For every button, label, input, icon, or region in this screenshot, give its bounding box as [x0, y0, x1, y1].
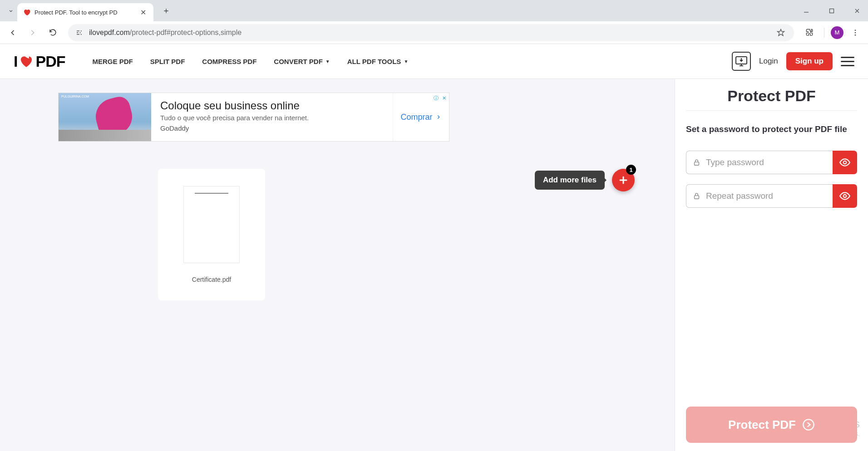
add-files-button[interactable]: 1 — [612, 169, 635, 191]
site-header: I PDF MERGE PDF SPLIT PDF COMPRESS PDF C… — [0, 44, 868, 79]
add-more-wrap: Add more files 1 — [535, 169, 635, 191]
svg-point-11 — [843, 195, 847, 198]
ad-cta: Comprar — [400, 113, 441, 122]
ad-title: Coloque seu business online — [160, 99, 384, 112]
caret-down-icon: ▼ — [404, 59, 408, 64]
arrow-right-icon — [28, 28, 37, 37]
svg-point-3 — [81, 34, 82, 34]
active-tab[interactable]: Protect PDF. Tool to encrypt PD ✕ — [17, 3, 153, 21]
lock-icon — [693, 159, 700, 167]
puzzle-icon — [805, 28, 814, 37]
svg-point-9 — [843, 161, 847, 164]
ad-info-icon[interactable]: ⓘ — [432, 94, 439, 102]
header-right: Login Sign up — [732, 52, 854, 71]
plus-icon — [163, 7, 170, 15]
forward-button[interactable] — [25, 25, 41, 41]
thumb-line — [195, 193, 228, 194]
browser-toolbar: ilovepdf.com/protect-pdf#protect-options… — [0, 21, 868, 44]
ad-info-controls: ⓘ ✕ — [432, 94, 448, 102]
signup-button[interactable]: Sign up — [786, 52, 833, 70]
svg-point-5 — [855, 32, 856, 33]
window-minimize-button[interactable] — [799, 4, 814, 18]
nav-merge[interactable]: MERGE PDF — [92, 58, 133, 65]
svg-point-6 — [855, 34, 856, 35]
toggle-repeat-password-visibility[interactable] — [833, 184, 857, 208]
page: I PDF MERGE PDF SPLIT PDF COMPRESS PDF C… — [0, 44, 868, 451]
content: PULGUIRINA.COM Coloque seu business onli… — [0, 79, 868, 451]
password-input-container — [686, 151, 833, 174]
ad-image: PULGUIRINA.COM — [59, 93, 151, 141]
svg-rect-0 — [830, 9, 834, 13]
ad-brand: GoDaddy — [160, 124, 384, 132]
svg-point-2 — [79, 32, 80, 33]
nav-split[interactable]: SPLIT PDF — [150, 58, 185, 65]
window-maximize-button[interactable] — [824, 4, 839, 18]
file-area: Certificate.pdf Add more files 1 — [14, 169, 661, 300]
tab-title: Protect PDF. Tool to encrypt PD — [35, 9, 135, 16]
bookmark-button[interactable] — [774, 26, 788, 39]
lock-icon — [693, 192, 700, 200]
tab-close-button[interactable]: ✕ — [139, 8, 147, 16]
site-logo[interactable]: I PDF — [14, 53, 65, 70]
url-bar[interactable]: ilovepdf.com/protect-pdf#protect-options… — [68, 24, 794, 41]
file-thumbnail — [183, 186, 240, 263]
menu-hamburger-button[interactable] — [841, 57, 854, 66]
panel-bottom: Activate Windows Go to Settings to activ… — [686, 407, 857, 443]
chevron-right-icon — [435, 114, 442, 120]
extensions-button[interactable] — [801, 25, 818, 41]
eye-icon — [839, 157, 851, 168]
file-count-badge: 1 — [626, 165, 636, 175]
main-area: PULGUIRINA.COM Coloque seu business onli… — [0, 79, 675, 451]
ad-image-credit: PULGUIRINA.COM — [61, 95, 89, 98]
download-desktop-button[interactable] — [732, 52, 751, 71]
logo-text-right: PDF — [35, 53, 65, 70]
svg-rect-10 — [695, 196, 699, 199]
options-panel: Protect PDF Set a password to protect yo… — [675, 79, 868, 451]
caret-down-icon: ▼ — [326, 59, 330, 64]
file-card[interactable]: Certificate.pdf — [158, 169, 265, 300]
window-close-button[interactable] — [850, 4, 864, 18]
tab-search-dropdown[interactable] — [5, 5, 17, 17]
svg-point-1 — [81, 30, 82, 31]
main-nav: MERGE PDF SPLIT PDF COMPRESS PDF CONVERT… — [92, 58, 408, 65]
svg-rect-8 — [695, 162, 699, 165]
protect-button-label: Protect PDF — [728, 418, 796, 432]
repeat-password-field-wrap — [686, 184, 857, 208]
repeat-password-input-container — [686, 184, 833, 208]
toggle-password-visibility[interactable] — [833, 151, 857, 174]
arrow-left-icon — [8, 28, 17, 37]
reload-icon — [49, 28, 57, 37]
monitor-download-icon — [735, 56, 747, 66]
login-link[interactable]: Login — [759, 57, 778, 66]
toolbar-divider — [824, 28, 824, 38]
chrome-menu-button[interactable] — [847, 25, 863, 41]
ad-close-icon[interactable]: ✕ — [440, 94, 448, 102]
reload-button[interactable] — [44, 25, 61, 41]
panel-title: Protect PDF — [686, 87, 857, 111]
back-button[interactable] — [5, 25, 21, 41]
nav-convert[interactable]: CONVERT PDF▼ — [274, 58, 330, 65]
site-settings-icon[interactable] — [74, 28, 84, 38]
file-name: Certificate.pdf — [192, 276, 231, 283]
svg-point-12 — [803, 419, 814, 430]
protect-pdf-button[interactable]: Protect PDF — [686, 407, 857, 443]
logo-text-left: I — [14, 53, 17, 70]
arrow-circle-right-icon — [802, 418, 815, 431]
heart-favicon-icon — [23, 8, 31, 16]
panel-subtitle: Set a password to protect your PDF file — [686, 124, 857, 134]
profile-avatar[interactable]: M — [831, 26, 843, 39]
nav-compress[interactable]: COMPRESS PDF — [202, 58, 256, 65]
nav-all-tools[interactable]: ALL PDF TOOLS▼ — [347, 58, 409, 65]
plus-icon — [618, 175, 629, 186]
ad-banner[interactable]: PULGUIRINA.COM Coloque seu business onli… — [58, 93, 449, 142]
password-field-wrap — [686, 151, 857, 174]
browser-tab-strip: Protect PDF. Tool to encrypt PD ✕ — [0, 0, 868, 21]
repeat-password-input[interactable] — [706, 191, 826, 201]
star-icon — [776, 28, 785, 37]
new-tab-button[interactable] — [159, 4, 173, 18]
password-input[interactable] — [706, 157, 826, 167]
ad-text-block: Coloque seu business online Tudo o que v… — [151, 93, 393, 141]
chevron-down-icon — [8, 8, 14, 14]
add-more-tooltip: Add more files — [535, 171, 605, 190]
avatar-letter: M — [835, 29, 840, 36]
